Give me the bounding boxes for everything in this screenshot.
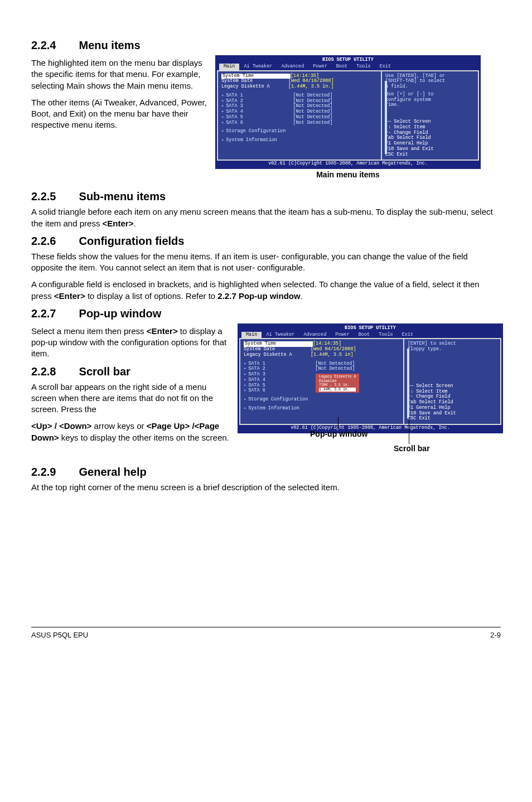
para-2-2-7: Select a menu item then press <Enter> to… [31, 326, 232, 360]
heading-2-2-7: 2.2.7 Pop-up window [31, 307, 501, 320]
para-2-2-6-b: A configurable field is enclosed in brac… [31, 279, 501, 302]
para-2-2-8-b: <Up> / <Down> arrow keys or <Page Up> /<… [31, 421, 232, 443]
para-2-2-8-a: A scroll bar appears on the right side o… [31, 381, 232, 416]
heading-2-2-5: 2.2.5 Sub-menu items [31, 190, 501, 203]
scrollbar[interactable] [385, 81, 387, 154]
bios-tab-boot[interactable]: Boot [332, 64, 352, 70]
scrollbar-2[interactable] [407, 349, 409, 418]
bios-footer: v02.61 (C)Copyright 1985-2008, American … [217, 161, 479, 167]
bios-tab-tools[interactable]: Tools [352, 64, 375, 70]
bios-tab-main[interactable]: Main [219, 64, 239, 70]
heading-2-2-4: 2.2.4 Menu items [31, 39, 501, 52]
heading-2-2-6: 2.2.6 Configuration fields [31, 235, 501, 248]
bios-screenshot-1: BIOS SETUP UTILITY Main Ai Tweaker Advan… [215, 55, 481, 169]
bios-tab-power[interactable]: Power [308, 64, 332, 70]
para-2-2-4-a: The highlighted item on the menu bar dis… [31, 57, 210, 91]
caption-scrollbar: Scroll bar [394, 444, 430, 453]
bios-menubar: Main Ai Tweaker Advanced Power Boot Tool… [217, 64, 479, 70]
heading-2-2-9: 2.2.9 General help [31, 466, 501, 479]
caption-main-menu-items: Main menu items [215, 170, 481, 179]
footer-right: 2-9 [490, 631, 501, 639]
para-2-2-5: A solid triangle before each item on any… [31, 206, 501, 229]
bios-title: BIOS SETUP UTILITY [217, 57, 479, 64]
heading-2-2-8: 2.2.8 Scroll bar [31, 365, 232, 378]
para-2-2-6-a: These fields show the values for the men… [31, 251, 501, 274]
bios-tab-advanced[interactable]: Advanced [277, 64, 308, 70]
footer-left: ASUS P5QL EPU [31, 631, 88, 639]
page-footer: ASUS P5QL EPU 2-9 [31, 627, 501, 639]
bios-tab-exit[interactable]: Exit [375, 64, 395, 70]
para-2-2-9: At the top right corner of the menu scre… [31, 482, 501, 493]
bios-tab-aitweaker[interactable]: Ai Tweaker [239, 64, 277, 70]
para-2-2-4-b: The other items (Ai Tweaker, Advanced, P… [31, 97, 210, 131]
caption-popup: Pop-up window [310, 429, 367, 438]
bios-screenshot-2: BIOS SETUP UTILITY Main Ai Tweaker Advan… [238, 323, 503, 433]
popup-window[interactable]: Legacy Diskette A Disabled 720K , 3.5 in… [316, 374, 359, 393]
